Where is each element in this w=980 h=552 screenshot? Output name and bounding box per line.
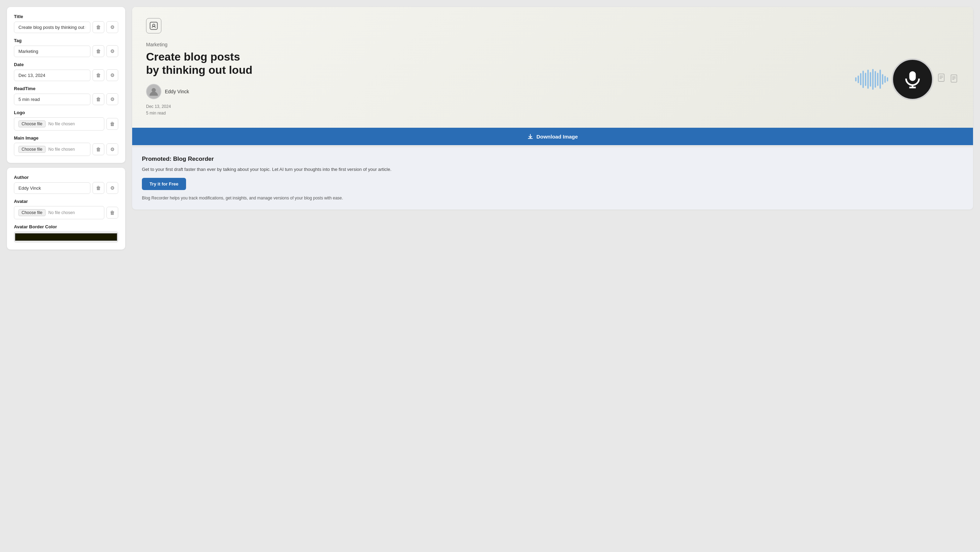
wave-11 bbox=[880, 70, 881, 89]
try-for-free-button[interactable]: Try it for Free bbox=[142, 178, 186, 190]
wave-6 bbox=[867, 70, 869, 89]
avatar-border-label: Avatar Border Color bbox=[14, 224, 118, 229]
wave-9 bbox=[875, 71, 876, 88]
doc-icon-1 bbox=[937, 73, 947, 86]
preview-tag: Marketing bbox=[146, 42, 855, 47]
wave-14 bbox=[887, 77, 888, 81]
doc-icons bbox=[937, 73, 959, 86]
wave-13 bbox=[885, 76, 886, 83]
author-row: 🗑 ⚙ bbox=[14, 182, 118, 194]
mic-circle-icon bbox=[892, 59, 934, 100]
try-btn-label: Try it for Free bbox=[150, 181, 178, 187]
doc-icon-2 bbox=[949, 73, 959, 86]
title-delete-button[interactable]: 🗑 bbox=[92, 21, 104, 33]
date-delete-button[interactable]: 🗑 bbox=[92, 69, 104, 81]
main-image-choose-btn[interactable]: Choose file bbox=[18, 146, 46, 153]
preview-title-line2: by thinking out loud bbox=[146, 64, 253, 76]
title-label: Title bbox=[14, 14, 118, 19]
preview-text-block: Marketing Create blog posts by thinking … bbox=[146, 42, 855, 116]
main-image-settings-button[interactable]: ⚙ bbox=[107, 144, 118, 155]
preview-read-time: 5 min read bbox=[146, 110, 855, 116]
logo-file-input[interactable]: Choose file No file chosen bbox=[14, 117, 104, 131]
author-delete-button[interactable]: 🗑 bbox=[92, 182, 104, 194]
tag-label: Tag bbox=[14, 38, 118, 43]
logo-field-container: Logo Choose file No file chosen 🗑 bbox=[14, 110, 118, 131]
readtime-delete-button[interactable]: 🗑 bbox=[92, 93, 104, 105]
author-settings-button[interactable]: ⚙ bbox=[107, 182, 118, 194]
logo-choose-btn[interactable]: Choose file bbox=[18, 120, 46, 128]
main-image-label: Main Image bbox=[14, 136, 118, 140]
readtime-input[interactable] bbox=[14, 94, 91, 105]
field-group-author: Author 🗑 ⚙ Avatar Choose file No file ch… bbox=[14, 175, 118, 242]
sound-waves bbox=[855, 69, 888, 90]
main-image-file-input[interactable]: Choose file No file chosen bbox=[14, 143, 91, 156]
left-panel: Title 🗑 ⚙ Tag 🗑 ⚙ Date bbox=[7, 7, 125, 545]
avatar-choose-btn[interactable]: Choose file bbox=[18, 209, 46, 216]
download-icon bbox=[527, 133, 533, 140]
wave-4 bbox=[862, 71, 864, 88]
tag-row: 🗑 ⚙ bbox=[14, 45, 118, 57]
title-input[interactable] bbox=[14, 22, 91, 33]
avatar-field-container: Avatar Choose file No file chosen 🗑 bbox=[14, 199, 118, 219]
preview-meta: Dec 13, 2024 5 min read bbox=[146, 104, 855, 116]
logo-row: Choose file No file chosen 🗑 bbox=[14, 117, 118, 131]
date-settings-button[interactable]: ⚙ bbox=[107, 69, 118, 81]
promoted-title: Promoted: Blog Recorder bbox=[142, 156, 963, 163]
right-panel: Marketing Create blog posts by thinking … bbox=[132, 7, 973, 545]
date-field-container: Date 🗑 ⚙ bbox=[14, 62, 118, 81]
promoted-footer: Blog Recorder helps you track modificati… bbox=[142, 195, 963, 201]
logo-label: Logo bbox=[14, 110, 118, 115]
avatar-no-file: No file chosen bbox=[48, 210, 75, 215]
main-image-delete-button[interactable]: 🗑 bbox=[92, 144, 104, 155]
tag-input[interactable] bbox=[14, 46, 91, 57]
preview-logo-icon bbox=[146, 18, 161, 34]
preview-date: Dec 13, 2024 bbox=[146, 104, 855, 110]
preview-title-line1: Create blog posts bbox=[146, 51, 240, 63]
field-group-main: Title 🗑 ⚙ Tag 🗑 ⚙ Date bbox=[14, 14, 118, 156]
wave-1 bbox=[855, 77, 856, 81]
download-image-button[interactable]: Download Image bbox=[132, 128, 973, 145]
author-label: Author bbox=[14, 175, 118, 180]
date-row: 🗑 ⚙ bbox=[14, 69, 118, 81]
author-input[interactable] bbox=[14, 182, 91, 194]
avatar-row: Choose file No file chosen 🗑 bbox=[14, 206, 118, 219]
svg-rect-3 bbox=[909, 71, 916, 81]
avatar-border-color-input[interactable] bbox=[14, 231, 118, 242]
avatar bbox=[146, 84, 161, 99]
logo-no-file: No file chosen bbox=[48, 121, 75, 126]
svg-rect-0 bbox=[150, 22, 158, 30]
title-settings-button[interactable]: ⚙ bbox=[107, 21, 118, 33]
readtime-field-container: ReadTime 🗑 ⚙ bbox=[14, 86, 118, 105]
tag-delete-button[interactable]: 🗑 bbox=[92, 45, 104, 57]
author-fields-card: Author 🗑 ⚙ Avatar Choose file No file ch… bbox=[7, 168, 125, 250]
wave-5 bbox=[865, 73, 866, 86]
date-label: Date bbox=[14, 62, 118, 67]
main-image-no-file: No file chosen bbox=[48, 147, 75, 152]
tag-field-container: Tag 🗑 ⚙ bbox=[14, 38, 118, 57]
title-row: 🗑 ⚙ bbox=[14, 21, 118, 33]
avatar-border-field-container: Avatar Border Color bbox=[14, 224, 118, 242]
wave-8 bbox=[872, 69, 873, 90]
preview-card: Marketing Create blog posts by thinking … bbox=[132, 7, 973, 128]
logo-delete-button[interactable]: 🗑 bbox=[107, 118, 118, 130]
readtime-row: 🗑 ⚙ bbox=[14, 93, 118, 105]
svg-rect-6 bbox=[938, 74, 944, 81]
preview-content-area: Marketing Create blog posts by thinking … bbox=[146, 42, 959, 116]
preview-illustration bbox=[855, 59, 959, 100]
readtime-settings-button[interactable]: ⚙ bbox=[107, 93, 118, 105]
author-field-container: Author 🗑 ⚙ bbox=[14, 175, 118, 194]
promoted-section: Promoted: Blog Recorder Get to your firs… bbox=[132, 147, 973, 209]
wave-10 bbox=[877, 73, 878, 86]
wave-2 bbox=[858, 75, 859, 83]
preview-inner: Marketing Create blog posts by thinking … bbox=[132, 7, 973, 128]
wave-3 bbox=[860, 73, 861, 85]
tag-settings-button[interactable]: ⚙ bbox=[107, 45, 118, 57]
avatar-file-input[interactable]: Choose file No file chosen bbox=[14, 206, 104, 219]
wave-7 bbox=[870, 72, 871, 87]
promoted-description: Get to your first draft faster than ever… bbox=[142, 166, 963, 173]
avatar-delete-button[interactable]: 🗑 bbox=[107, 207, 118, 219]
title-field-container: Title 🗑 ⚙ bbox=[14, 14, 118, 33]
svg-rect-10 bbox=[951, 75, 957, 82]
main-image-field-container: Main Image Choose file No file chosen 🗑 … bbox=[14, 136, 118, 156]
date-input[interactable] bbox=[14, 70, 91, 81]
